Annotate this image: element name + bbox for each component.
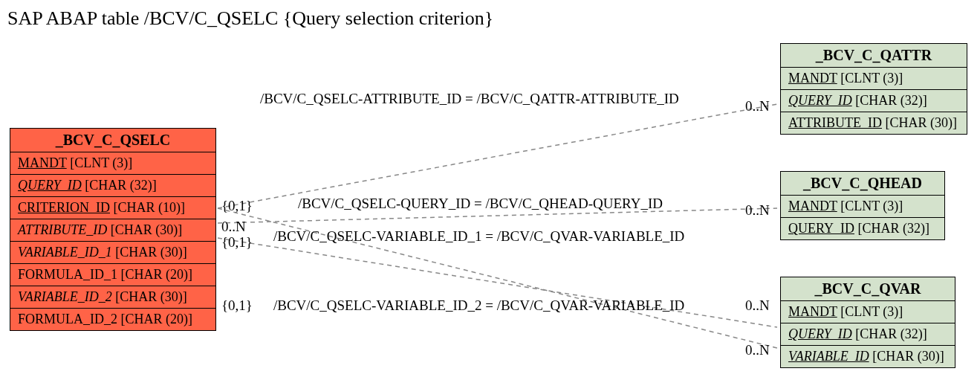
table-qselc: _BCV_C_QSELC MANDT [CLNT (3)]QUERY_ID [C… bbox=[10, 128, 216, 331]
field-row: MANDT [CLNT (3)] bbox=[10, 152, 215, 174]
field-row: VARIABLE_ID_1 [CHAR (30)] bbox=[10, 241, 215, 263]
field-row: MANDT [CLNT (3)] bbox=[781, 301, 955, 323]
field-row: QUERY_ID [CHAR (32)] bbox=[781, 217, 944, 239]
field-row: QUERY_ID [CHAR (32)] bbox=[781, 89, 967, 112]
table-qvar: _BCV_C_QVAR MANDT [CLNT (3)]QUERY_ID [CH… bbox=[780, 277, 955, 368]
table-qhead-rows: MANDT [CLNT (3)]QUERY_ID [CHAR (32)] bbox=[781, 196, 944, 239]
card-left-4: {0,1} bbox=[221, 297, 253, 314]
field-row: QUERY_ID [CHAR (32)] bbox=[10, 174, 215, 196]
card-right-1: 0..N bbox=[745, 98, 770, 115]
table-qselc-rows: MANDT [CLNT (3)]QUERY_ID [CHAR (32)]CRIT… bbox=[10, 152, 215, 330]
table-qhead: _BCV_C_QHEAD MANDT [CLNT (3)]QUERY_ID [C… bbox=[780, 171, 945, 240]
table-qvar-header: _BCV_C_QVAR bbox=[781, 277, 955, 301]
page-title: SAP ABAP table /BCV/C_QSELC {Query selec… bbox=[7, 7, 493, 30]
card-right-2: 0..N bbox=[745, 202, 770, 219]
relation-label-4: /BCV/C_QSELC-VARIABLE_ID_2 = /BCV/C_QVAR… bbox=[273, 297, 684, 314]
card-right-3: 0..N bbox=[745, 297, 770, 314]
field-row: ATTRIBUTE_ID [CHAR (30)] bbox=[10, 219, 215, 241]
card-right-4: 0..N bbox=[745, 342, 770, 358]
relation-label-2: /BCV/C_QSELC-QUERY_ID = /BCV/C_QHEAD-QUE… bbox=[298, 196, 663, 212]
relation-label-3: /BCV/C_QSELC-VARIABLE_ID_1 = /BCV/C_QVAR… bbox=[273, 228, 684, 245]
card-left-3: {0,1} bbox=[221, 234, 253, 251]
field-row: FORMULA_ID_1 [CHAR (20)] bbox=[10, 263, 215, 286]
table-qattr-rows: MANDT [CLNT (3)]QUERY_ID [CHAR (32)]ATTR… bbox=[781, 68, 967, 134]
field-row: MANDT [CLNT (3)] bbox=[781, 196, 944, 217]
table-qhead-header: _BCV_C_QHEAD bbox=[781, 172, 944, 196]
table-qattr: _BCV_C_QATTR MANDT [CLNT (3)]QUERY_ID [C… bbox=[780, 43, 967, 135]
table-qvar-rows: MANDT [CLNT (3)]QUERY_ID [CHAR (32)]VARI… bbox=[781, 301, 955, 367]
field-row: MANDT [CLNT (3)] bbox=[781, 68, 967, 89]
field-row: ATTRIBUTE_ID [CHAR (30)] bbox=[781, 112, 967, 134]
relation-label-1: /BCV/C_QSELC-ATTRIBUTE_ID = /BCV/C_QATTR… bbox=[260, 91, 679, 107]
table-qattr-header: _BCV_C_QATTR bbox=[781, 44, 967, 68]
svg-line-0 bbox=[218, 104, 777, 208]
field-row: FORMULA_ID_2 [CHAR (20)] bbox=[10, 308, 215, 330]
card-left-1: {0,1} bbox=[221, 198, 253, 214]
field-row: CRITERION_ID [CHAR (10)] bbox=[10, 196, 215, 219]
table-qselc-header: _BCV_C_QSELC bbox=[10, 129, 215, 152]
field-row: VARIABLE_ID_2 [CHAR (30)] bbox=[10, 286, 215, 308]
field-row: QUERY_ID [CHAR (32)] bbox=[781, 323, 955, 345]
svg-line-2 bbox=[218, 238, 777, 327]
field-row: VARIABLE_ID [CHAR (30)] bbox=[781, 345, 955, 367]
card-left-2: 0..N bbox=[221, 219, 246, 235]
